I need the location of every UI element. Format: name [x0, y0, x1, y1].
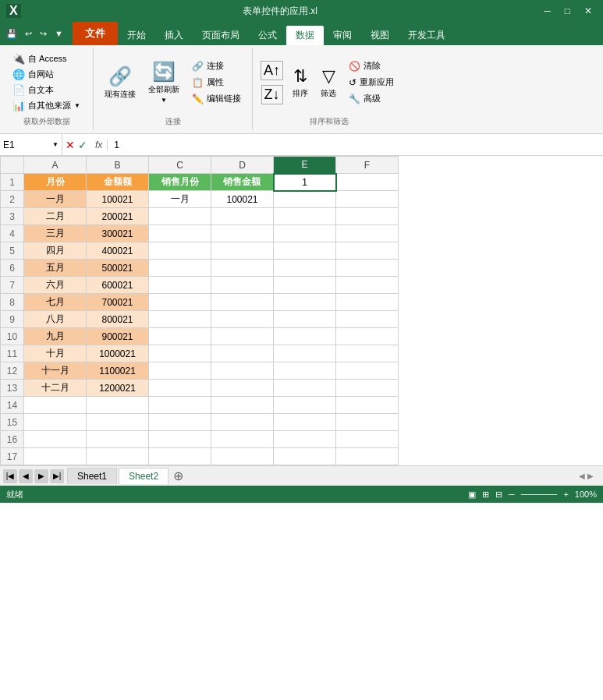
cell-C12[interactable]	[149, 362, 211, 380]
sheet-next-btn[interactable]: ▶	[34, 469, 48, 483]
cell-D8[interactable]	[211, 294, 274, 311]
cell-F2[interactable]	[336, 191, 399, 208]
cell-C1[interactable]: 销售月份	[149, 174, 211, 191]
cell-C6[interactable]	[149, 260, 211, 277]
redo-quick-btn[interactable]: ↪	[37, 27, 50, 41]
cell-E12[interactable]	[274, 362, 336, 380]
col-header-d[interactable]: D	[211, 157, 274, 174]
cell-A3[interactable]: 二月	[24, 208, 87, 225]
advanced-btn[interactable]: 🔧 高级	[344, 91, 399, 106]
cell-E17[interactable]	[274, 448, 336, 465]
sheet-tab-sheet1[interactable]: Sheet1	[67, 468, 117, 484]
sheet-tab-sheet2[interactable]: Sheet2	[119, 468, 168, 484]
cell-F15[interactable]	[336, 414, 399, 431]
clear-btn[interactable]: 🚫 清除	[344, 58, 399, 73]
cell-E3[interactable]	[274, 208, 336, 225]
sort-asc-btn[interactable]: A↑	[259, 59, 285, 82]
cell-A15[interactable]	[24, 414, 87, 431]
cell-A9[interactable]: 八月	[24, 311, 87, 328]
cell-F3[interactable]	[336, 208, 399, 225]
cell-A7[interactable]: 六月	[24, 277, 87, 294]
cell-F5[interactable]	[336, 242, 399, 260]
cell-F11[interactable]	[336, 345, 399, 362]
cell-D17[interactable]	[211, 448, 274, 465]
cell-B1[interactable]: 金额额	[87, 174, 149, 191]
cell-C10[interactable]	[149, 328, 211, 345]
tab-insert[interactable]: 插入	[155, 26, 193, 45]
cell-C14[interactable]	[149, 397, 211, 414]
cell-B12[interactable]: 1100021	[87, 362, 149, 380]
cell-E7[interactable]	[274, 277, 336, 294]
tab-view[interactable]: 视图	[361, 26, 399, 45]
cell-B11[interactable]: 1000021	[87, 345, 149, 362]
cell-E2[interactable]	[274, 191, 336, 208]
text-btn[interactable]: 📄 自文本	[8, 83, 59, 97]
cell-A5[interactable]: 四月	[24, 242, 87, 260]
cell-B8[interactable]: 700021	[87, 294, 149, 311]
sort-desc-btn[interactable]: Z↓	[260, 83, 285, 106]
cell-E6[interactable]	[274, 260, 336, 277]
cell-B3[interactable]: 200021	[87, 208, 149, 225]
edit-links-btn[interactable]: ✏️ 编辑链接	[187, 91, 246, 106]
formula-input[interactable]	[108, 140, 603, 150]
web-btn[interactable]: 🌐 自网站	[8, 67, 59, 82]
tab-home[interactable]: 开始	[118, 26, 155, 45]
zoom-plus-icon[interactable]: +	[563, 490, 568, 499]
cell-F6[interactable]	[336, 260, 399, 277]
refresh-all-btn[interactable]: 🔄 全部刷新 ▼	[144, 59, 184, 105]
cell-B9[interactable]: 800021	[87, 311, 149, 328]
cell-D4[interactable]	[211, 225, 274, 242]
cell-A17[interactable]	[24, 448, 87, 465]
cell-C5[interactable]	[149, 242, 211, 260]
cell-A10[interactable]: 九月	[24, 328, 87, 345]
sheet-first-btn[interactable]: |◀	[3, 469, 17, 483]
cell-A14[interactable]	[24, 397, 87, 414]
cell-F17[interactable]	[336, 448, 399, 465]
cell-D6[interactable]	[211, 260, 274, 277]
col-header-c[interactable]: C	[149, 157, 211, 174]
tab-review[interactable]: 审阅	[324, 26, 361, 45]
cell-C9[interactable]	[149, 311, 211, 328]
cell-D12[interactable]	[211, 362, 274, 380]
cell-C17[interactable]	[149, 448, 211, 465]
cell-C3[interactable]	[149, 208, 211, 225]
sheet-last-btn[interactable]: ▶|	[50, 469, 64, 483]
reapply-btn[interactable]: ↺ 重新应用	[344, 75, 399, 90]
cell-A16[interactable]	[24, 431, 87, 448]
cell-A12[interactable]: 十一月	[24, 362, 87, 380]
cell-F8[interactable]	[336, 294, 399, 311]
cell-F13[interactable]	[336, 380, 399, 397]
save-quick-btn[interactable]: 💾	[3, 27, 20, 41]
cell-B7[interactable]: 600021	[87, 277, 149, 294]
cell-A2[interactable]: 一月	[24, 191, 87, 208]
cell-F1[interactable]	[336, 174, 399, 191]
cell-B17[interactable]	[87, 448, 149, 465]
cell-D2[interactable]: 100021	[211, 191, 274, 208]
cell-B4[interactable]: 300021	[87, 225, 149, 242]
undo-quick-btn[interactable]: ↩	[22, 27, 35, 41]
cancel-formula-icon[interactable]: ✕	[66, 139, 75, 151]
cell-B16[interactable]	[87, 431, 149, 448]
sheet-prev-btn[interactable]: ◀	[19, 469, 33, 483]
cell-E10[interactable]	[274, 328, 336, 345]
col-header-e[interactable]: E	[274, 157, 336, 174]
tab-formula[interactable]: 公式	[249, 26, 286, 45]
cell-B5[interactable]: 400021	[87, 242, 149, 260]
cell-D5[interactable]	[211, 242, 274, 260]
zoom-minus-icon[interactable]: ─	[509, 490, 515, 499]
cell-C11[interactable]	[149, 345, 211, 362]
confirm-formula-icon[interactable]: ✓	[78, 139, 87, 151]
cell-D3[interactable]	[211, 208, 274, 225]
cell-E14[interactable]	[274, 397, 336, 414]
cell-C7[interactable]	[149, 277, 211, 294]
cell-E1[interactable]: 1	[274, 174, 336, 191]
cell-F4[interactable]	[336, 225, 399, 242]
cell-E16[interactable]	[274, 431, 336, 448]
cell-C13[interactable]	[149, 380, 211, 397]
cell-E8[interactable]	[274, 294, 336, 311]
cell-E15[interactable]	[274, 414, 336, 431]
page-break-icon[interactable]: ⊟	[495, 490, 502, 500]
cell-C4[interactable]	[149, 225, 211, 242]
cell-F14[interactable]	[336, 397, 399, 414]
cell-F10[interactable]	[336, 328, 399, 345]
